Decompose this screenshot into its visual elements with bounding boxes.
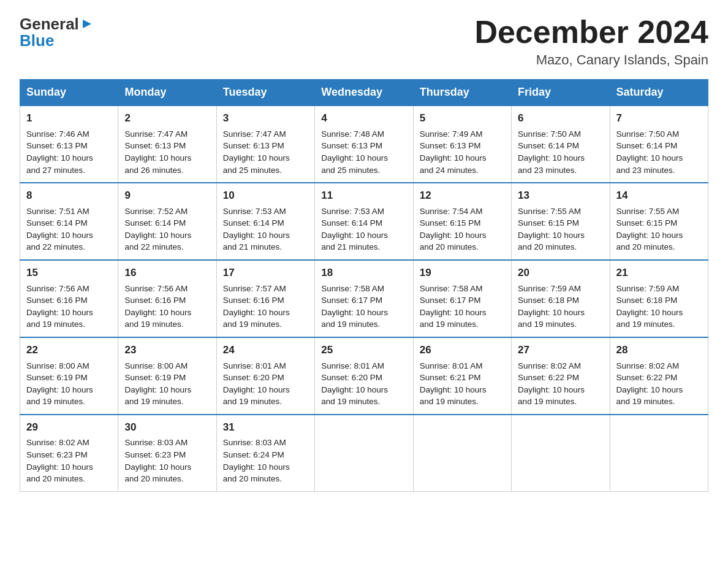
- day-number: 13: [518, 188, 603, 204]
- day-info-line: and 24 minutes.: [420, 164, 505, 177]
- day-info-line: Sunset: 6:17 PM: [321, 294, 406, 307]
- day-number: 7: [616, 111, 702, 126]
- day-info-line: Daylight: 10 hours: [518, 229, 603, 242]
- calendar-day-20: 20Sunrise: 7:59 AMSunset: 6:18 PMDayligh…: [512, 260, 610, 337]
- day-number: 21: [616, 266, 702, 281]
- day-info-line: Sunset: 6:22 PM: [518, 372, 603, 384]
- day-info-line: and 27 minutes.: [26, 164, 112, 177]
- calendar-week-row-1: 1Sunrise: 7:46 AMSunset: 6:13 PMDaylight…: [20, 105, 708, 183]
- day-info-line: Sunset: 6:24 PM: [223, 449, 308, 461]
- day-info-line: Sunset: 6:14 PM: [124, 217, 210, 229]
- day-info-line: Daylight: 10 hours: [124, 307, 210, 319]
- day-info-line: Sunset: 6:13 PM: [124, 140, 210, 152]
- day-info-line: and 19 minutes.: [616, 318, 702, 331]
- day-info-line: Daylight: 10 hours: [223, 307, 308, 319]
- day-info-line: Sunset: 6:14 PM: [26, 217, 112, 229]
- day-info-line: Daylight: 10 hours: [321, 307, 406, 319]
- day-number: 18: [321, 266, 406, 281]
- day-number: 25: [321, 343, 406, 358]
- day-number: 22: [26, 343, 112, 358]
- day-info-line: Sunrise: 7:59 AM: [616, 283, 702, 295]
- calendar-day-13: 13Sunrise: 7:55 AMSunset: 6:15 PMDayligh…: [512, 183, 610, 260]
- calendar-header-row: SundayMondayTuesdayWednesdayThursdayFrid…: [20, 80, 708, 106]
- day-info-line: Sunrise: 8:01 AM: [321, 360, 406, 372]
- day-number: 1: [26, 111, 112, 126]
- calendar-day-8: 8Sunrise: 7:51 AMSunset: 6:14 PMDaylight…: [20, 183, 118, 260]
- day-info-line: Sunrise: 7:55 AM: [616, 205, 702, 218]
- day-info-line: Sunrise: 7:48 AM: [321, 128, 406, 140]
- calendar-header-friday: Friday: [512, 80, 610, 106]
- day-number: 9: [124, 188, 210, 204]
- day-info-line: Sunrise: 7:49 AM: [420, 128, 505, 140]
- day-info-line: Daylight: 10 hours: [26, 461, 112, 473]
- day-number: 24: [223, 343, 308, 358]
- calendar-day-empty: [315, 415, 413, 491]
- page-header: General Blue December 2024 Mazo, Canary …: [20, 15, 708, 68]
- calendar-day-17: 17Sunrise: 7:57 AMSunset: 6:16 PMDayligh…: [216, 260, 314, 337]
- calendar-day-6: 6Sunrise: 7:50 AMSunset: 6:14 PMDaylight…: [512, 105, 610, 183]
- calendar-day-15: 15Sunrise: 7:56 AMSunset: 6:16 PMDayligh…: [20, 260, 118, 337]
- day-info-line: Daylight: 10 hours: [124, 384, 210, 396]
- day-info-line: Sunset: 6:18 PM: [616, 294, 702, 307]
- day-info-line: Sunrise: 7:56 AM: [26, 283, 112, 295]
- calendar-week-row-2: 8Sunrise: 7:51 AMSunset: 6:14 PMDaylight…: [20, 183, 708, 260]
- day-info-line: Sunset: 6:20 PM: [223, 372, 308, 384]
- day-info-line: Sunrise: 8:01 AM: [223, 360, 308, 372]
- day-info-line: Daylight: 10 hours: [321, 229, 406, 242]
- day-info-line: Daylight: 10 hours: [26, 307, 112, 319]
- day-info-line: Daylight: 10 hours: [223, 229, 308, 242]
- day-number: 29: [26, 420, 112, 435]
- day-info-line: Sunrise: 8:01 AM: [420, 360, 505, 372]
- day-info-line: Sunset: 6:14 PM: [616, 140, 702, 152]
- calendar-header-saturday: Saturday: [610, 80, 708, 106]
- day-number: 2: [124, 111, 210, 126]
- day-info-line: and 20 minutes.: [616, 241, 702, 253]
- day-info-line: and 19 minutes.: [26, 318, 112, 331]
- day-info-line: Daylight: 10 hours: [124, 229, 210, 242]
- calendar-day-1: 1Sunrise: 7:46 AMSunset: 6:13 PMDaylight…: [20, 105, 118, 183]
- day-info-line: Sunset: 6:17 PM: [420, 294, 505, 307]
- day-info-line: Sunset: 6:18 PM: [518, 294, 603, 307]
- calendar-day-23: 23Sunrise: 8:00 AMSunset: 6:19 PMDayligh…: [118, 337, 216, 415]
- day-info-line: Daylight: 10 hours: [420, 307, 505, 319]
- day-info-line: Sunrise: 7:55 AM: [518, 205, 603, 218]
- day-info-line: Sunrise: 8:00 AM: [124, 360, 210, 372]
- day-info-line: Daylight: 10 hours: [321, 384, 406, 396]
- day-info-line: Daylight: 10 hours: [420, 229, 505, 242]
- day-info-line: Sunset: 6:19 PM: [124, 372, 210, 384]
- day-info-line: Sunset: 6:21 PM: [420, 372, 505, 384]
- day-info-line: Sunrise: 7:50 AM: [518, 128, 603, 140]
- title-block: December 2024 Mazo, Canary Islands, Spai…: [474, 15, 708, 68]
- calendar-day-14: 14Sunrise: 7:55 AMSunset: 6:15 PMDayligh…: [610, 183, 708, 260]
- day-info-line: and 19 minutes.: [321, 318, 406, 331]
- calendar-day-11: 11Sunrise: 7:53 AMSunset: 6:14 PMDayligh…: [315, 183, 413, 260]
- day-info-line: Daylight: 10 hours: [616, 307, 702, 319]
- calendar-day-26: 26Sunrise: 8:01 AMSunset: 6:21 PMDayligh…: [413, 337, 511, 415]
- day-info-line: and 19 minutes.: [223, 396, 308, 408]
- day-info-line: Sunrise: 7:54 AM: [420, 205, 505, 218]
- day-info-line: Daylight: 10 hours: [223, 152, 308, 164]
- calendar-day-4: 4Sunrise: 7:48 AMSunset: 6:13 PMDaylight…: [315, 105, 413, 183]
- calendar-day-28: 28Sunrise: 8:02 AMSunset: 6:22 PMDayligh…: [610, 337, 708, 415]
- calendar-day-10: 10Sunrise: 7:53 AMSunset: 6:14 PMDayligh…: [216, 183, 314, 260]
- day-number: 10: [223, 188, 308, 204]
- day-number: 8: [26, 188, 112, 204]
- calendar-week-row-4: 22Sunrise: 8:00 AMSunset: 6:19 PMDayligh…: [20, 337, 708, 415]
- day-number: 5: [420, 111, 505, 126]
- day-info-line: and 19 minutes.: [420, 318, 505, 331]
- day-info-line: Daylight: 10 hours: [223, 384, 308, 396]
- day-info-line: Sunset: 6:20 PM: [321, 372, 406, 384]
- day-info-line: and 22 minutes.: [26, 241, 112, 253]
- day-info-line: Sunrise: 7:58 AM: [420, 283, 505, 295]
- calendar-day-7: 7Sunrise: 7:50 AMSunset: 6:14 PMDaylight…: [610, 105, 708, 183]
- day-number: 14: [616, 188, 702, 204]
- day-info-line: Sunrise: 8:02 AM: [518, 360, 603, 372]
- day-info-line: and 20 minutes.: [26, 473, 112, 485]
- day-info-line: and 25 minutes.: [321, 164, 406, 177]
- day-number: 3: [223, 111, 308, 126]
- day-info-line: Sunset: 6:14 PM: [223, 217, 308, 229]
- calendar-header-sunday: Sunday: [20, 80, 118, 106]
- day-info-line: Sunrise: 7:53 AM: [321, 205, 406, 218]
- day-info-line: and 23 minutes.: [616, 164, 702, 177]
- calendar-day-5: 5Sunrise: 7:49 AMSunset: 6:13 PMDaylight…: [413, 105, 511, 183]
